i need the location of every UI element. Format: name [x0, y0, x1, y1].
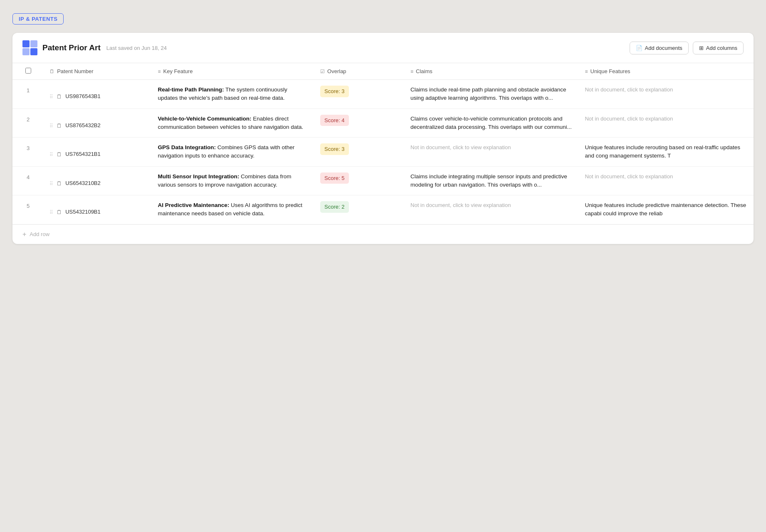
- doc-icon: 🗒: [57, 121, 62, 130]
- drag-handle[interactable]: ⠿: [49, 179, 53, 187]
- table-row: 2 ⠿ 🗒 US8765432B2 Vehicle-to-Vehicle Com…: [12, 108, 754, 138]
- key-feature-bold: AI Predictive Maintenance:: [158, 202, 230, 208]
- key-feature-bold: Multi Sensor Input Integration:: [158, 173, 240, 180]
- patent-icon: [22, 40, 37, 55]
- doc-icon: 🗒: [57, 179, 62, 188]
- overlap-cell: Score: 3: [314, 80, 405, 109]
- score-badge[interactable]: Score: 2: [320, 201, 348, 213]
- table-row: 3 ⠿ 🗒 US7654321B1 GPS Data Integration: …: [12, 138, 754, 167]
- data-table: 🗒 Patent Number ≡ Key Feature ☑ O: [12, 63, 754, 224]
- score-badge[interactable]: Score: 3: [320, 86, 348, 97]
- th-claims: ≡ Claims: [405, 63, 579, 80]
- add-col-icon: ⊞: [699, 45, 704, 51]
- unique-cell: Unique features include predictive maint…: [579, 195, 754, 224]
- lines-col-icon-2: ≡: [410, 69, 413, 74]
- unique-muted[interactable]: Not in document, click to explanation: [585, 116, 673, 122]
- row-num: 4: [12, 166, 44, 195]
- unique-muted[interactable]: Not in document, click to explanation: [585, 86, 673, 93]
- th-unique-label: Unique Features: [591, 68, 630, 74]
- th-overlap-label: Overlap: [327, 68, 346, 74]
- svg-rect-0: [22, 40, 30, 47]
- th-num: [12, 63, 44, 80]
- doc-icon: 🗒: [57, 92, 62, 101]
- th-patent-number: 🗒 Patent Number: [44, 63, 152, 80]
- score-badge[interactable]: Score: 5: [320, 172, 348, 184]
- svg-rect-2: [22, 48, 30, 55]
- drag-handle[interactable]: ⠿: [49, 121, 53, 130]
- th-claims-label: Claims: [416, 68, 432, 74]
- card-header: Patent Prior Art Last saved on Jun 18, 2…: [12, 33, 754, 63]
- key-feature-cell: AI Predictive Maintenance: Uses AI algor…: [152, 195, 315, 224]
- add-documents-button[interactable]: 📄 Add documents: [630, 42, 689, 54]
- overlap-cell: Score: 4: [314, 108, 405, 138]
- score-badge[interactable]: Score: 4: [320, 115, 348, 126]
- drag-handle[interactable]: ⠿: [49, 208, 53, 216]
- th-unique-features: ≡ Unique Features: [579, 63, 754, 80]
- th-key-feature-label: Key Feature: [163, 68, 193, 74]
- header-actions: 📄 Add documents ⊞ Add columns: [630, 42, 744, 54]
- claims-cell: Claims include real-time path planning a…: [405, 80, 579, 109]
- unique-text: Unique features include predictive maint…: [585, 202, 746, 217]
- patent-cell: ⠿ 🗒 US9876543B1: [44, 80, 152, 109]
- drag-handle[interactable]: ⠿: [49, 92, 53, 101]
- patent-number: US8765432B2: [65, 121, 101, 130]
- add-row-button[interactable]: + Add row: [12, 224, 754, 244]
- add-documents-label: Add documents: [645, 45, 682, 51]
- table-row: 4 ⠿ 🗒 US6543210B2 Multi Sensor Input Int…: [12, 166, 754, 195]
- lines-col-icon-3: ≡: [585, 69, 588, 74]
- claims-cell: Not in document, click to view explanati…: [405, 195, 579, 224]
- claims-muted[interactable]: Not in document, click to view explanati…: [410, 144, 511, 150]
- score-badge[interactable]: Score: 3: [320, 143, 348, 155]
- overlap-cell: Score: 3: [314, 138, 405, 167]
- key-feature-cell: Vehicle-to-Vehicle Communication: Enable…: [152, 108, 315, 138]
- patent-number: US7654321B1: [65, 150, 101, 158]
- th-patent-label: Patent Number: [57, 68, 93, 74]
- ip-badge[interactable]: IP & PATENTS: [12, 13, 64, 25]
- check-col-icon: ☑: [320, 69, 325, 74]
- overlap-cell: Score: 2: [314, 195, 405, 224]
- key-feature-cell: GPS Data Integration: Combines GPS data …: [152, 138, 315, 167]
- claims-text: Claims include integrating multiple sens…: [410, 173, 567, 188]
- unique-cell: Not in document, click to explanation: [579, 108, 754, 138]
- key-feature-bold: GPS Data Integration:: [158, 144, 216, 150]
- claims-text: Claims include real-time path planning a…: [410, 86, 566, 101]
- th-key-feature: ≡ Key Feature: [152, 63, 315, 80]
- unique-cell: Not in document, click to explanation: [579, 166, 754, 195]
- last-saved: Last saved on Jun 18, 24: [106, 45, 630, 51]
- svg-rect-3: [30, 48, 37, 55]
- unique-cell: Unique features include rerouting based …: [579, 138, 754, 167]
- patent-cell: ⠿ 🗒 US8765432B2: [44, 108, 152, 138]
- table-container: 🗒 Patent Number ≡ Key Feature ☑ O: [12, 63, 754, 224]
- overlap-cell: Score: 5: [314, 166, 405, 195]
- add-columns-label: Add columns: [706, 45, 737, 51]
- unique-cell: Not in document, click to explanation: [579, 80, 754, 109]
- row-num: 1: [12, 80, 44, 109]
- main-card: Patent Prior Art Last saved on Jun 18, 2…: [12, 33, 754, 244]
- drag-handle[interactable]: ⠿: [49, 150, 53, 158]
- claims-text: Claims cover vehicle-to-vehicle communic…: [410, 116, 572, 130]
- add-doc-icon: 📄: [636, 45, 642, 51]
- doc-col-icon: 🗒: [49, 69, 54, 74]
- patent-number: US9876543B1: [65, 92, 101, 101]
- svg-rect-1: [30, 40, 37, 47]
- add-columns-button[interactable]: ⊞ Add columns: [693, 42, 744, 54]
- claims-cell: Claims cover vehicle-to-vehicle communic…: [405, 108, 579, 138]
- add-row-label: Add row: [30, 231, 49, 237]
- patent-number: US6543210B2: [65, 179, 101, 187]
- claims-cell: Not in document, click to view explanati…: [405, 138, 579, 167]
- row-num: 5: [12, 195, 44, 224]
- patent-cell: ⠿ 🗒 US5432109B1: [44, 195, 152, 224]
- key-feature-bold: Vehicle-to-Vehicle Communication:: [158, 116, 252, 122]
- select-all-checkbox[interactable]: [25, 68, 31, 74]
- row-num: 2: [12, 108, 44, 138]
- unique-muted[interactable]: Not in document, click to explanation: [585, 173, 673, 180]
- doc-icon: 🗒: [57, 208, 62, 217]
- claims-cell: Claims include integrating multiple sens…: [405, 166, 579, 195]
- key-feature-bold: Real-time Path Planning:: [158, 86, 224, 93]
- claims-muted[interactable]: Not in document, click to view explanati…: [410, 202, 511, 208]
- th-overlap: ☑ Overlap: [314, 63, 405, 80]
- page-title: Patent Prior Art: [42, 43, 101, 52]
- table-row: 5 ⠿ 🗒 US5432109B1 AI Predictive Maintena…: [12, 195, 754, 224]
- table-header-row: 🗒 Patent Number ≡ Key Feature ☑ O: [12, 63, 754, 80]
- key-feature-cell: Multi Sensor Input Integration: Combines…: [152, 166, 315, 195]
